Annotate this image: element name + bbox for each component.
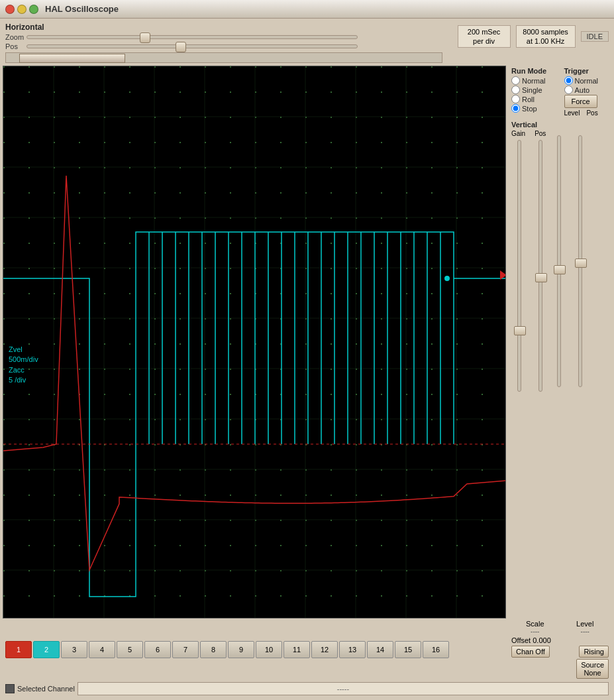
channel-buttons: 12345678910111213141516 <box>3 639 452 660</box>
source-none-button[interactable]: Source None <box>576 659 609 679</box>
minimize-button[interactable] <box>17 5 26 14</box>
run-stop-radio[interactable] <box>511 104 520 113</box>
level-label: Level <box>562 620 609 628</box>
zoom-thumb[interactable] <box>140 32 150 43</box>
channel-name-input[interactable] <box>77 682 609 695</box>
status-badge: IDLE <box>581 31 609 42</box>
run-trigger-row: Run Mode Normal Single Roll <box>509 66 611 118</box>
level-pos-sliders <box>551 135 588 617</box>
level-val: ---- <box>562 628 609 635</box>
trig-normal-label: Normal <box>575 77 598 85</box>
title-bar: HAL Oscilloscope <box>0 0 614 19</box>
channel-btn-5[interactable]: 5 <box>117 641 143 658</box>
gain-track[interactable] <box>517 140 521 392</box>
chan2-name: Zacc <box>9 365 38 375</box>
channel-btn-16[interactable]: 16 <box>423 641 449 658</box>
gain-pos-sliders <box>511 140 548 392</box>
channel-btn-15[interactable]: 15 <box>395 641 421 658</box>
gain-label: Gain <box>511 130 525 137</box>
gain-thumb[interactable] <box>514 326 526 335</box>
channel-btn-7[interactable]: 7 <box>172 641 199 658</box>
trig-pos-track[interactable] <box>578 135 582 387</box>
run-normal-label: Normal <box>522 77 545 85</box>
channel-btn-6[interactable]: 6 <box>144 641 171 658</box>
trigger-section: Trigger Normal Auto Force Level Pos <box>562 66 612 118</box>
trig-pos-thumb[interactable] <box>575 259 587 268</box>
level-thumb[interactable] <box>554 265 566 274</box>
samples-line2: at 1.00 KHz <box>527 36 564 46</box>
chan1-name: Zvel <box>9 345 38 355</box>
trig-level-label: Level <box>564 109 580 117</box>
run-roll-row: Roll <box>511 95 556 103</box>
trig-auto-radio[interactable] <box>564 86 573 94</box>
level-box: Level ---- <box>562 620 609 635</box>
run-single-radio[interactable] <box>511 86 520 94</box>
source-label: Source <box>581 661 604 669</box>
window-controls[interactable] <box>5 5 38 14</box>
window-title: HAL Oscilloscope <box>45 4 119 14</box>
vert-pos-label: Pos <box>535 130 546 137</box>
source-row: Source None <box>511 659 609 679</box>
chan1-info: Zvel 500m/div Zacc 5 /div <box>9 345 38 386</box>
main-area: Horizontal Zoom Pos 200 mSec per div 800… <box>0 19 614 700</box>
level-track[interactable] <box>557 135 561 387</box>
force-button[interactable]: Force <box>564 95 597 108</box>
run-roll-radio[interactable] <box>511 95 520 103</box>
chan-off-button[interactable]: Chan Off <box>511 646 550 658</box>
oscilloscope-display: Zvel 500m/div Zacc 5 /div <box>3 66 506 618</box>
offset-val: 0.000 <box>533 636 551 644</box>
maximize-button[interactable] <box>29 5 38 14</box>
chan2-scale: 5 /div <box>9 375 38 385</box>
trig-labels: Level Pos <box>564 109 609 117</box>
channel-btn-4[interactable]: 4 <box>89 641 115 658</box>
vertical-area: Vertical Gain Pos <box>509 119 611 618</box>
pos-label: Pos <box>5 42 24 50</box>
zoom-track[interactable] <box>26 35 358 39</box>
samples-info: 8000 samples at 1.00 KHz <box>516 25 576 48</box>
run-mode-title: Run Mode <box>511 67 556 75</box>
close-button[interactable] <box>5 5 15 14</box>
channel-btn-12[interactable]: 12 <box>311 641 338 658</box>
trig-normal-radio[interactable] <box>564 76 573 85</box>
pos-row: Pos <box>5 42 452 50</box>
pos-track[interactable] <box>26 44 358 48</box>
channel-row: 12345678910111213141516 Scale ---- Level… <box>3 618 611 680</box>
level-slider-container <box>551 135 567 387</box>
channel-btn-8[interactable]: 8 <box>200 641 227 658</box>
pos-thumb[interactable] <box>176 42 186 52</box>
channel-btn-14[interactable]: 14 <box>367 641 393 658</box>
scale-label: Scale <box>511 620 559 628</box>
channel-indicator <box>5 684 15 693</box>
scale-level-row: Scale ---- Level ---- <box>511 620 609 635</box>
rising-button[interactable]: Rising <box>579 646 609 658</box>
horizontal-scrollbar[interactable] <box>5 52 442 63</box>
channel-btn-13[interactable]: 13 <box>339 641 366 658</box>
trig-auto-row: Auto <box>564 86 609 94</box>
run-normal-row: Normal <box>511 76 556 85</box>
gain-slider-container <box>511 140 527 392</box>
channel-btn-11[interactable]: 11 <box>283 641 310 658</box>
pos-thumb[interactable] <box>535 273 547 282</box>
channel-btn-2[interactable]: 2 <box>33 641 60 658</box>
top-controls: Horizontal Zoom Pos 200 mSec per div 800… <box>3 21 611 52</box>
offset-row: Offset 0.000 <box>511 636 609 644</box>
channel-btn-3[interactable]: 3 <box>61 641 87 658</box>
run-normal-radio[interactable] <box>511 76 520 85</box>
gain-pos-labels: Gain Pos <box>511 130 548 137</box>
channel-btn-9[interactable]: 9 <box>228 641 254 658</box>
samples-line1: 8000 samples <box>523 27 568 36</box>
zoom-label: Zoom <box>5 33 24 41</box>
offset-label: Offset <box>511 636 531 644</box>
bottom-buttons: Chan Off Rising <box>511 646 609 658</box>
trig-pos-label: Pos <box>586 109 597 117</box>
channel-btn-1[interactable]: 1 <box>5 641 32 658</box>
scroll-thumb[interactable] <box>19 54 125 63</box>
run-single-row: Single <box>511 86 556 94</box>
selected-channel-row: Selected Channel <box>3 680 611 697</box>
channel-btn-10[interactable]: 10 <box>256 641 282 658</box>
run-stop-label: Stop <box>522 105 537 113</box>
run-single-label: Single <box>522 86 542 94</box>
pos-track[interactable] <box>538 140 542 392</box>
trig-pos-slider-container <box>572 135 588 387</box>
trigger-title: Trigger <box>564 67 609 75</box>
